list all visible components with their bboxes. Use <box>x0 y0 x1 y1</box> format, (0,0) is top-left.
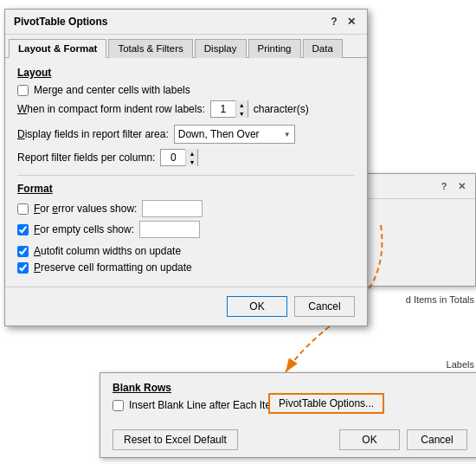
insert-blank-label: Insert Blank Line after Each Item <box>129 399 280 411</box>
indent-spinner[interactable]: 1 ▲ ▼ <box>210 100 248 118</box>
bg-dialog-title-icons: ? ✕ <box>437 179 468 193</box>
bottom-dialog-content: Blank Rows Insert Blank Line after Each … <box>100 373 476 424</box>
tab-display[interactable]: Display <box>195 39 247 58</box>
filter-area-value: Down, Then Over <box>178 128 260 140</box>
error-values-row: For error values show: <box>17 200 355 217</box>
bottom-dialog-ok-cancel: OK Cancel <box>339 429 467 450</box>
main-dialog: PivotTable Options ? ✕ Layout & Format T… <box>4 9 368 326</box>
filter-area-arrow-icon: ▼ <box>284 131 291 139</box>
insert-blank-checkbox[interactable] <box>113 400 124 411</box>
main-ok-button[interactable]: OK <box>227 296 287 317</box>
autofit-checkbox[interactable] <box>17 246 29 257</box>
tabs-bar: Layout & Format Totals & Filters Display… <box>5 35 367 58</box>
bottom-dialog: Blank Rows Insert Blank Line after Each … <box>100 372 476 458</box>
empty-cells-input[interactable] <box>139 221 200 238</box>
filter-per-col-up-arrow[interactable]: ▲ <box>185 149 197 158</box>
filter-per-col-text: Report filter fields per column: <box>17 151 155 164</box>
autofit-label: Autofit column widths on update <box>34 245 181 257</box>
indent-up-arrow[interactable]: ▲ <box>235 100 248 109</box>
indent-suffix: character(s) <box>254 103 309 115</box>
filter-area-dropdown[interactable]: Down, Then Over ▼ <box>174 125 295 144</box>
indent-row: When in compact form indent row labels: … <box>17 100 355 118</box>
preserve-row: Preserve cell formatting on update <box>17 261 355 274</box>
empty-cells-label: For empty cells show: <box>34 223 134 235</box>
tab-totals-filters[interactable]: Totals & Filters <box>108 39 192 58</box>
merge-cells-row: Merge and center cells with labels <box>17 84 355 96</box>
section-divider <box>17 175 355 176</box>
merge-cells-checkbox[interactable] <box>17 85 29 96</box>
autofit-row: Autofit column widths on update <box>17 245 355 257</box>
main-dialog-close-icon[interactable]: ✕ <box>344 15 358 29</box>
indent-value-input[interactable]: 1 <box>211 101 235 117</box>
main-cancel-button[interactable]: Cancel <box>294 296 355 317</box>
error-values-label: For error values show: <box>34 203 137 215</box>
blank-rows-label: Blank Rows <box>113 382 467 394</box>
titlebar-buttons: ? ✕ <box>327 15 358 29</box>
empty-cells-checkbox[interactable] <box>17 224 29 235</box>
merge-cells-label: Merge and center cells with labels <box>34 84 190 96</box>
tab-layout-format[interactable]: Layout & Format <box>9 39 106 58</box>
dialog-body: Layout Merge and center cells with label… <box>5 58 367 287</box>
merge-cells-text: Merge and center cells with labels <box>34 84 190 96</box>
tab-printing[interactable]: Printing <box>248 39 301 58</box>
preserve-label: Preserve cell formatting on update <box>34 261 192 274</box>
main-dialog-help-icon[interactable]: ? <box>327 15 341 29</box>
main-dialog-footer: OK Cancel <box>5 287 367 325</box>
right-label-totals: d Items in Totals <box>406 294 474 305</box>
empty-cells-row: For empty cells show: <box>17 221 355 238</box>
filter-area-row: Display fields in report filter area: Do… <box>17 125 355 144</box>
layout-section-label: Layout <box>17 67 355 79</box>
filter-per-col-spinner-arrows: ▲ ▼ <box>185 149 197 166</box>
filter-per-col-value-input[interactable]: 0 <box>161 150 185 165</box>
tab-data[interactable]: Data <box>303 39 343 58</box>
format-section-label: Format <box>17 183 355 195</box>
filter-per-col-spinner[interactable]: 0 ▲ ▼ <box>160 149 198 166</box>
indent-down-arrow[interactable]: ▼ <box>235 109 248 118</box>
format-section: Format For error values show: For empty … <box>17 183 355 238</box>
main-dialog-title: PivotTable Options <box>14 16 107 28</box>
bottom-dialog-actions: Reset to Excel Default OK Cancel <box>100 424 476 457</box>
filter-per-col-row: Report filter fields per column: 0 ▲ ▼ <box>17 149 355 166</box>
bg-dialog-close-icon[interactable]: ✕ <box>454 179 468 193</box>
reset-to-excel-default-button[interactable]: Reset to Excel Default <box>113 429 238 450</box>
filter-area-label: Display fields in report filter area: <box>17 128 169 140</box>
right-label-labels: Labels <box>447 359 474 370</box>
bottom-ok-button[interactable]: OK <box>339 429 400 450</box>
insert-blank-row: Insert Blank Line after Each Item <box>113 399 467 411</box>
main-dialog-titlebar: PivotTable Options ? ✕ <box>5 10 367 35</box>
filter-per-col-label: Report filter fields per column: <box>17 151 155 164</box>
filter-per-col-down-arrow[interactable]: ▼ <box>185 158 197 166</box>
error-values-checkbox[interactable] <box>17 203 29 215</box>
bottom-cancel-button[interactable]: Cancel <box>407 429 467 450</box>
indent-spinner-arrows: ▲ ▼ <box>235 100 248 118</box>
preserve-checkbox[interactable] <box>17 262 29 274</box>
error-values-input[interactable] <box>142 200 203 217</box>
bg-dialog-help-icon[interactable]: ? <box>437 179 451 193</box>
indent-label: When in compact form indent row labels: <box>17 103 205 115</box>
